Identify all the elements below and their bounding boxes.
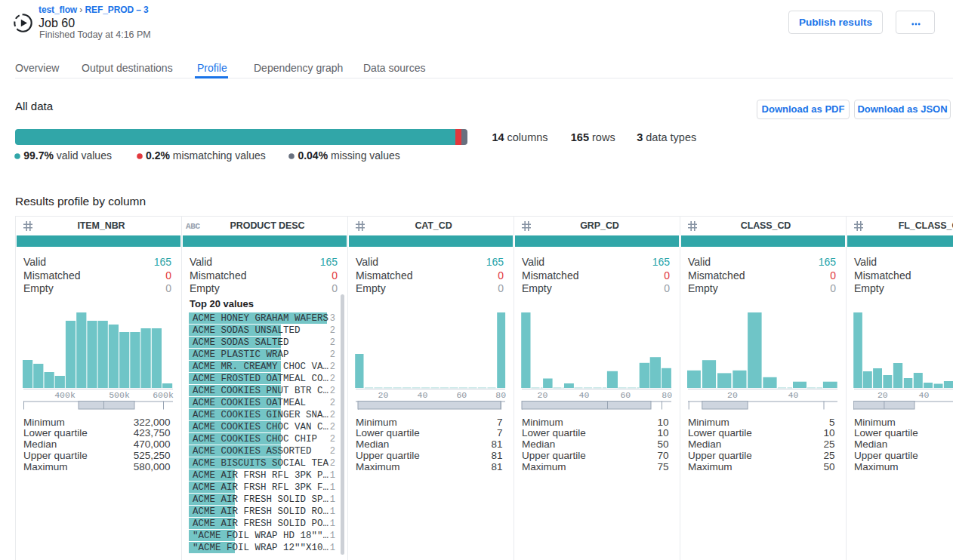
svg-text:20: 20: [727, 390, 738, 400]
svg-text:20: 20: [877, 390, 888, 400]
svg-text:40: 40: [919, 390, 930, 400]
svg-text:20: 20: [538, 390, 548, 400]
svg-text:400k: 400k: [54, 390, 76, 400]
svg-text:60: 60: [456, 390, 467, 400]
svg-text:40: 40: [417, 390, 427, 400]
svg-text:600k: 600k: [153, 390, 174, 400]
svg-text:20: 20: [378, 390, 389, 400]
svg-text:500k: 500k: [109, 390, 130, 400]
svg-text:60: 60: [620, 390, 631, 400]
svg-text:40: 40: [578, 390, 589, 400]
svg-text:80: 80: [662, 390, 672, 400]
svg-text:40: 40: [788, 390, 798, 400]
svg-text:80: 80: [495, 390, 506, 400]
